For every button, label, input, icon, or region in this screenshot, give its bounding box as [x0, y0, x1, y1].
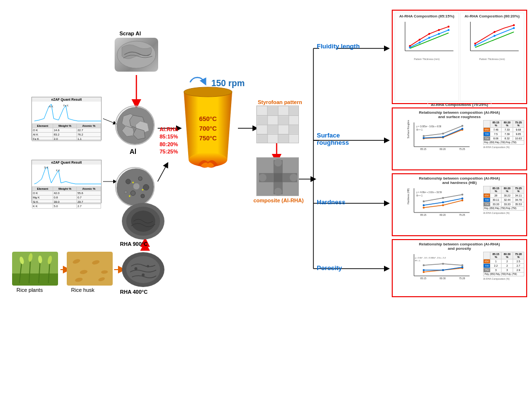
rice-husk-image	[67, 252, 113, 286]
svg-point-109	[290, 174, 297, 182]
svg-text:75:25: 75:25	[459, 148, 465, 151]
svg-point-121	[438, 33, 440, 35]
svg-point-43	[129, 196, 131, 197]
svg-rect-97	[289, 125, 299, 134]
svg-rect-123	[463, 19, 521, 56]
scrap-al-label: Scrap Al	[119, 30, 141, 36]
svg-rect-101	[289, 135, 299, 143]
svg-point-120	[429, 37, 430, 39]
svg-rect-96	[279, 125, 288, 134]
svg-point-119	[419, 42, 421, 44]
rice-husk-label: Rice husk	[71, 287, 94, 293]
svg-point-41	[133, 182, 134, 183]
al-label: Al	[130, 148, 136, 155]
svg-point-161	[461, 199, 463, 201]
svg-rect-90	[257, 116, 267, 124]
svg-text:Hardness (HB): Hardness (HB)	[407, 188, 410, 204]
svg-text:R² = 1: R² = 1	[416, 129, 423, 131]
svg-rect-87	[268, 106, 278, 115]
svg-point-107	[274, 188, 282, 196]
svg-point-34	[126, 179, 131, 184]
svg-text:80:20: 80:20	[440, 213, 446, 216]
svg-point-36	[143, 184, 149, 190]
svg-text:K K: K K	[56, 169, 60, 172]
svg-rect-99	[268, 135, 278, 143]
svg-point-127	[494, 31, 496, 33]
spin-arrow	[188, 75, 207, 91]
svg-rect-30	[32, 165, 101, 186]
svg-point-114	[419, 39, 421, 41]
svg-rect-86	[257, 106, 267, 115]
svg-point-71	[134, 267, 137, 270]
svg-text:Si K: Si K	[44, 166, 49, 169]
svg-text:Fe K: Fe K	[63, 104, 69, 107]
svg-point-147	[423, 135, 425, 137]
svg-point-164	[461, 197, 463, 199]
svg-point-165	[423, 200, 425, 202]
svg-text:650°C: 650°C	[199, 115, 217, 122]
porosity-label: Porosity	[317, 264, 342, 272]
svg-point-131	[513, 27, 515, 29]
svg-point-159	[423, 207, 425, 209]
svg-rect-89	[289, 106, 299, 115]
svg-point-177	[423, 271, 425, 273]
al-rha-label: Al:RHA 85:15%80:20%75:25%	[160, 126, 178, 156]
svg-point-106	[274, 159, 282, 167]
svg-line-18	[103, 119, 115, 123]
svg-rect-105	[274, 173, 282, 182]
svg-line-6	[158, 165, 167, 182]
svg-text:80:20: 80:20	[440, 148, 446, 151]
svg-point-70	[126, 256, 160, 283]
surface-roughness-label: Surfaceroughness	[317, 132, 349, 146]
svg-point-149	[461, 125, 463, 127]
svg-point-162	[423, 204, 425, 206]
svg-point-184	[442, 263, 444, 265]
rpm-label: 150 rpm	[211, 78, 245, 89]
svg-point-118	[409, 46, 411, 48]
svg-point-183	[423, 264, 425, 266]
svg-point-122	[448, 29, 450, 31]
svg-point-185	[461, 264, 463, 266]
svg-text:85:15: 85:15	[420, 148, 427, 151]
svg-rect-93	[289, 116, 299, 124]
svg-point-38	[141, 194, 145, 198]
svg-point-35	[138, 177, 142, 181]
svg-rect-95	[268, 125, 278, 134]
styrofoam-label: Styrofoan pattern	[258, 99, 302, 105]
al-image	[115, 106, 155, 145]
styrofoam-image	[256, 106, 299, 143]
hardness-chart: Relationship between composition (Al-RHA…	[392, 173, 527, 236]
svg-text:R² = 1: R² = 1	[415, 259, 421, 262]
eds-box-al: eZAF Quant Result Al K Fe K ElementWeigh…	[31, 97, 102, 140]
svg-point-145	[442, 136, 444, 138]
svg-point-73	[142, 273, 145, 276]
svg-point-128	[513, 24, 515, 26]
svg-rect-88	[279, 106, 288, 115]
svg-point-72	[147, 265, 149, 268]
composite-image	[256, 157, 299, 196]
svg-point-166	[442, 197, 444, 199]
fluidity-chart: Al-RHA Composition (85:15%)	[392, 10, 527, 104]
svg-point-37	[131, 191, 135, 196]
svg-text:R² = 1: R² = 1	[416, 195, 423, 197]
svg-point-130	[494, 35, 496, 37]
rha-image	[115, 167, 155, 207]
svg-point-182	[461, 266, 463, 268]
svg-point-40	[133, 183, 140, 190]
rice-plants-label: Rice plants	[16, 287, 43, 293]
svg-text:y = 3.005x² - 3.63x + 9.58: y = 3.005x² - 3.63x + 9.58	[416, 125, 442, 128]
eds-box-rha: eZAF Quant Result Si K K K ElementWeight…	[31, 160, 102, 203]
svg-text:75:28: 75:28	[459, 277, 465, 280]
svg-point-167	[461, 194, 463, 196]
svg-text:750°C: 750°C	[199, 135, 217, 142]
main-diagram: Scrap Al eZAF Quant Result Al K Fe K Ele…	[0, 0, 532, 394]
composite-label: composite (Al-RHA)	[253, 197, 304, 203]
svg-point-117	[448, 26, 450, 28]
rha400-image	[121, 252, 165, 288]
scrap-al-image	[115, 38, 158, 72]
svg-point-115	[429, 33, 430, 35]
svg-point-108	[259, 174, 266, 182]
svg-point-163	[442, 201, 444, 203]
svg-point-116	[438, 29, 440, 31]
svg-text:85:15: 85:15	[420, 277, 427, 280]
